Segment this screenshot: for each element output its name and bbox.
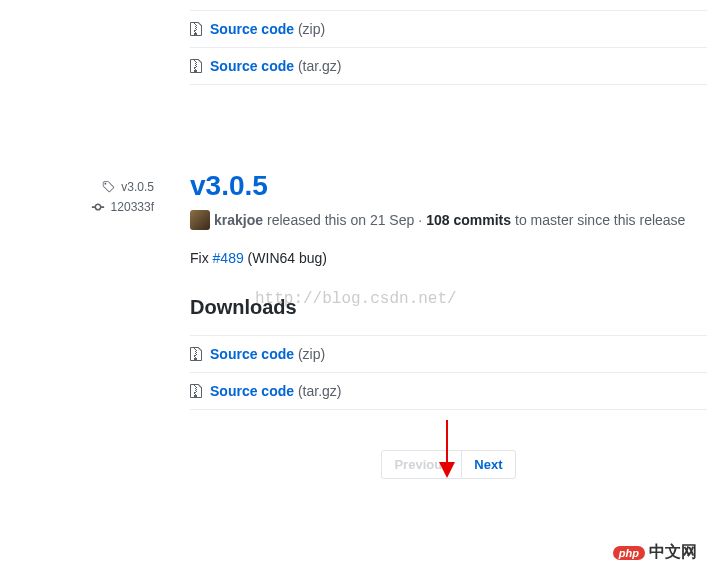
logo-pill: php: [613, 546, 645, 560]
pagination: Previous Next: [190, 450, 707, 479]
zip-icon: [190, 58, 202, 74]
tag-row[interactable]: v3.0.5: [0, 180, 154, 194]
tag-label: v3.0.5: [121, 180, 154, 194]
release-body: Fix #489 (WIN64 bug): [190, 250, 707, 266]
commit-icon: [91, 200, 105, 214]
previous-button: Previous: [381, 450, 462, 479]
commits-link[interactable]: 108 commits: [426, 212, 511, 228]
release-sidebar: v3.0.5 120333f: [0, 10, 170, 479]
zip-icon: [190, 383, 202, 399]
release-title[interactable]: v3.0.5: [190, 170, 707, 202]
separator: ·: [418, 212, 422, 228]
download-link-targz[interactable]: Source code (tar.gz): [210, 58, 342, 74]
zip-icon: [190, 346, 202, 362]
download-row: Source code (tar.gz): [190, 373, 707, 410]
download-link-zip[interactable]: Source code (zip): [210, 21, 325, 37]
download-row: Source code (zip): [190, 10, 707, 48]
released-text: released this: [267, 212, 346, 228]
issue-link[interactable]: #489: [213, 250, 244, 266]
commit-row[interactable]: 120333f: [0, 200, 154, 214]
release-downloads: Source code (zip) Source code (tar.gz): [190, 335, 707, 410]
zip-icon: [190, 21, 202, 37]
commit-label: 120333f: [111, 200, 154, 214]
download-link-zip[interactable]: Source code (zip): [210, 346, 325, 362]
logo-text: 中文网: [649, 542, 697, 563]
downloads-heading: Downloads: [190, 296, 707, 319]
download-row: Source code (zip): [190, 335, 707, 373]
next-button[interactable]: Next: [462, 450, 515, 479]
commits-suffix: to master since this release: [515, 212, 685, 228]
release-date: on 21 Sep: [350, 212, 414, 228]
tag-icon: [101, 180, 115, 194]
previous-release-downloads: Source code (zip) Source code (tar.gz): [190, 10, 707, 85]
download-row: Source code (tar.gz): [190, 48, 707, 85]
download-link-targz[interactable]: Source code (tar.gz): [210, 383, 342, 399]
author-link[interactable]: krakjoe: [214, 212, 263, 228]
avatar[interactable]: [190, 210, 210, 230]
release-meta: krakjoe released this on 21 Sep · 108 co…: [190, 210, 707, 230]
site-logo: php 中文网: [613, 542, 697, 563]
